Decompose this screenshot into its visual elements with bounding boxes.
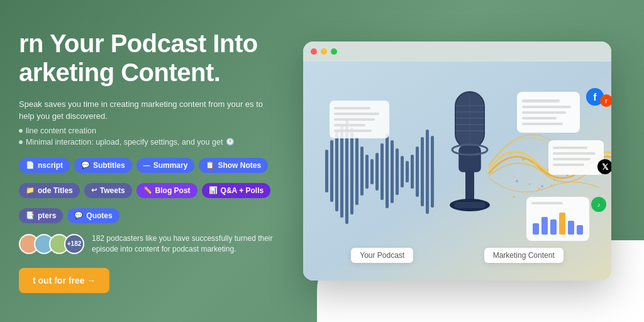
avatar-count: +182 [64,234,84,254]
tweets-icon: ↩ [91,186,97,194]
tag-subtitles-label: Subtitles [93,161,125,170]
svg-rect-19 [416,147,419,197]
svg-rect-21 [426,130,429,214]
tag-transcript-label: nscript [38,161,63,170]
tag-quotes-label: Quotes [86,211,112,220]
left-panel: rn Your Podcast Into arketing Content. S… [0,29,289,294]
svg-point-48 [526,192,528,194]
tag-tweets[interactable]: ↩ Tweets [84,183,132,198]
svg-rect-8 [360,147,364,196]
tag-episode-titles[interactable]: 📁 ode Titles [19,183,80,198]
tag-chapters[interactable]: 📑 pters [19,208,63,223]
tag-summary[interactable]: — Summary [136,158,195,173]
svg-rect-61 [548,140,604,175]
browser-mockup: f r [303,42,611,280]
tags-row-3: 📑 pters 💬 Quotes [19,208,277,223]
svg-rect-12 [380,143,384,200]
svg-point-47 [513,196,515,198]
tag-blog-post-label: Blog Post [155,186,191,195]
svg-rect-72 [550,219,557,235]
svg-rect-10 [370,159,374,184]
svg-rect-7 [355,137,358,205]
svg-point-41 [585,156,587,158]
svg-rect-15 [396,148,399,195]
svg-point-40 [572,160,575,162]
tag-tweets-label: Tweets [100,186,125,195]
svg-rect-52 [522,99,560,103]
browser-dot-green [331,48,337,55]
svg-rect-4 [340,125,343,218]
svg-rect-5 [345,118,348,224]
subtitles-icon: 💬 [81,161,90,169]
svg-rect-11 [375,153,379,191]
svg-rect-18 [411,155,414,189]
tag-episode-titles-label: ode Titles [38,186,73,195]
svg-point-34 [452,145,487,155]
svg-point-66 [597,159,611,174]
social-proof-text: 182 podcasters like you have successfull… [92,233,277,255]
svg-rect-17 [406,161,409,182]
svg-rect-63 [553,152,596,155]
svg-rect-79 [334,107,370,109]
svg-rect-23 [455,92,484,148]
svg-rect-6 [350,128,353,214]
chapters-icon: 📑 [26,211,35,219]
subtitle-text: Speak saves you time in creating marketi… [19,98,277,123]
quotes-icon: 💬 [74,211,83,219]
svg-point-37 [534,162,538,165]
svg-rect-68 [526,197,589,241]
tag-quotes[interactable]: 💬 Quotes [67,208,119,223]
browser-bar [303,42,611,62]
tag-show-notes[interactable]: 📋 Show Notes [199,158,268,173]
subtitle-block: Speak saves you time in creating marketi… [19,98,277,147]
browser-labels: Your Podcast Marketing Content [303,248,611,263]
browser-content: f r [303,62,611,280]
svg-rect-75 [577,225,583,235]
svg-rect-56 [522,123,563,125]
feature-line-2: Minimal interaction: upload, specify set… [19,138,277,147]
svg-rect-81 [334,118,375,121]
svg-point-36 [522,158,525,161]
svg-point-45 [554,179,556,181]
svg-rect-55 [522,117,557,119]
svg-point-43 [529,184,531,186]
svg-rect-3 [335,131,338,211]
tag-transcript[interactable]: 📄 nscript [19,158,70,173]
svg-text:𝕏: 𝕏 [602,162,609,172]
svg-point-50 [551,184,553,186]
svg-rect-70 [533,223,539,235]
svg-point-46 [566,174,569,176]
svg-point-38 [547,169,550,171]
cta-button[interactable]: t out for free → [19,268,109,293]
svg-rect-13 [386,134,389,208]
browser-dot-yellow [321,48,327,55]
svg-rect-33 [454,202,486,208]
svg-rect-30 [459,147,480,172]
svg-rect-64 [553,158,591,160]
svg-rect-82 [334,124,365,126]
show-notes-icon: 📋 [206,161,214,169]
svg-rect-14 [391,140,394,203]
svg-rect-80 [334,113,379,115]
svg-point-44 [541,185,543,187]
tag-qa-polls[interactable]: 📊 Q&A + Polls [202,183,271,198]
feature-line-1: line content creation [19,126,277,135]
browser-dot-red [311,48,317,55]
label-marketing-content: Marketing Content [484,248,564,263]
svg-rect-2 [330,140,333,202]
bullet-icon [19,129,23,133]
tag-summary-label: Summary [153,161,188,170]
svg-point-32 [450,199,490,211]
svg-text:f: f [593,92,597,103]
svg-rect-1 [325,150,328,192]
tag-blog-post[interactable]: ✏️ Blog Post [136,183,197,198]
svg-rect-31 [465,170,474,204]
main-title: rn Your Podcast Into arketing Content. [19,29,277,87]
transcript-icon: 📄 [26,161,35,169]
social-proof-section: +182 182 podcasters like you have succes… [19,233,277,255]
tag-subtitles[interactable]: 💬 Subtitles [74,158,132,173]
bullet-icon-2 [19,140,23,144]
svg-rect-54 [522,111,566,114]
qa-polls-icon: 📊 [209,186,218,194]
svg-point-35 [509,151,513,155]
